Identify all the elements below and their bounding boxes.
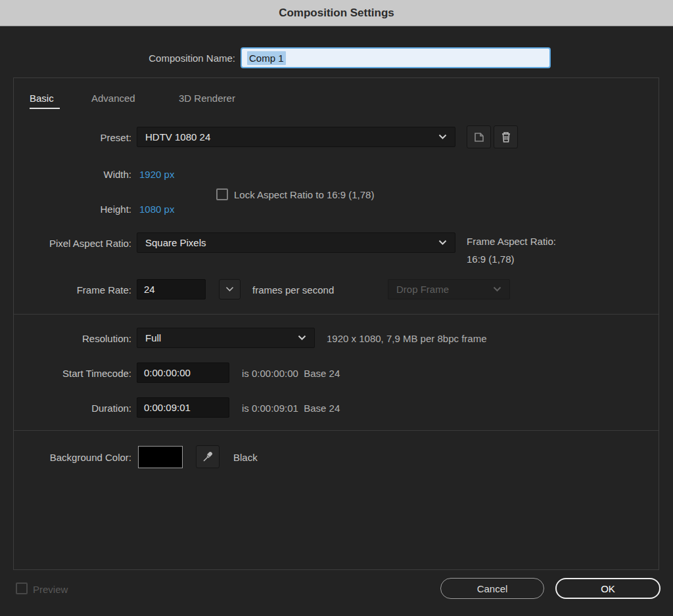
drop-frame-value: Drop Frame — [396, 284, 449, 295]
lock-aspect-checkbox[interactable] — [216, 188, 228, 200]
cancel-button[interactable]: Cancel — [440, 578, 544, 599]
frame-aspect-ratio-label: Frame Aspect Ratio: — [467, 236, 556, 247]
height-label: Height: — [13, 204, 131, 215]
delete-preset-button[interactable] — [494, 125, 518, 148]
chevron-down-icon — [438, 134, 447, 140]
frame-rate-dropdown-button[interactable] — [219, 279, 241, 299]
save-preset-button[interactable] — [467, 125, 491, 148]
duration-input[interactable]: 0:00:09:01 — [137, 397, 229, 418]
duration-info: is 0:00:09:01 Base 24 — [242, 403, 340, 414]
eyedropper-icon — [202, 451, 214, 462]
composition-name-input[interactable]: Comp 1 — [241, 47, 551, 68]
preset-value: HDTV 1080 24 — [145, 131, 210, 143]
composition-name-value: Comp 1 — [247, 51, 286, 65]
frame-rate-label: Frame Rate: — [13, 284, 131, 296]
chevron-down-icon — [298, 335, 306, 341]
frame-rate-value: 24 — [144, 284, 155, 295]
composition-settings-dialog: Composition Settings Composition Name: C… — [0, 0, 673, 616]
background-color-label: Background Color: — [13, 452, 131, 463]
drop-frame-dropdown: Drop Frame — [388, 279, 510, 299]
width-unit: px — [164, 169, 175, 180]
tab-basic[interactable]: Basic — [30, 93, 54, 104]
start-timecode-input[interactable]: 0:00:00:00 — [137, 363, 229, 383]
save-preset-icon — [474, 132, 484, 143]
preview-label: Preview — [33, 584, 68, 595]
tab-basic-underline — [30, 108, 60, 109]
chevron-down-icon — [493, 286, 501, 292]
tab-advanced[interactable]: Advanced — [91, 93, 135, 104]
pixel-aspect-ratio-label: Pixel Aspect Ratio: — [13, 238, 131, 249]
background-color-name: Black — [233, 452, 258, 463]
duration-value: 0:00:09:01 — [144, 402, 191, 413]
frames-per-second-label: frames per second — [252, 284, 334, 296]
preset-label: Preset: — [13, 132, 131, 143]
chevron-down-icon — [438, 240, 447, 246]
width-label: Width: — [13, 169, 131, 180]
height-value[interactable]: 1080 px — [139, 204, 174, 215]
preset-dropdown[interactable]: HDTV 1080 24 — [137, 127, 455, 147]
trash-icon — [501, 131, 511, 143]
height-unit: px — [164, 204, 175, 215]
dialog-titlebar: Composition Settings — [0, 0, 673, 26]
duration-label: Duration: — [13, 403, 131, 414]
resolution-value: Full — [145, 332, 161, 343]
frame-rate-input[interactable]: 24 — [137, 279, 206, 299]
start-timecode-label: Start Timecode: — [13, 368, 131, 379]
start-timecode-value: 0:00:00:00 — [144, 367, 191, 378]
frame-aspect-ratio-value: 16:9 (1,78) — [467, 253, 515, 265]
divider — [14, 430, 659, 431]
pixel-aspect-ratio-dropdown[interactable]: Square Pixels — [137, 232, 455, 253]
resolution-dropdown[interactable]: Full — [137, 328, 315, 348]
pixel-aspect-ratio-value: Square Pixels — [145, 237, 206, 248]
chevron-down-icon — [225, 286, 234, 292]
ok-button[interactable]: OK — [555, 578, 661, 599]
eyedropper-button[interactable] — [196, 445, 220, 468]
background-color-swatch[interactable] — [138, 446, 183, 468]
lock-aspect-label: Lock Aspect Ratio to 16:9 (1,78) — [234, 189, 374, 200]
composition-name-label: Composition Name: — [66, 53, 235, 64]
start-timecode-info: is 0:00:00:00 Base 24 — [242, 368, 340, 379]
dialog-title: Composition Settings — [279, 7, 394, 20]
preview-checkbox[interactable] — [16, 583, 28, 594]
resolution-label: Resolution: — [13, 333, 131, 344]
resolution-info: 1920 x 1080, 7,9 MB per 8bpc frame — [327, 333, 486, 344]
tab-3d-renderer[interactable]: 3D Renderer — [179, 93, 235, 104]
divider — [14, 314, 659, 315]
width-value[interactable]: 1920 px — [139, 169, 174, 180]
settings-panel — [13, 77, 659, 570]
